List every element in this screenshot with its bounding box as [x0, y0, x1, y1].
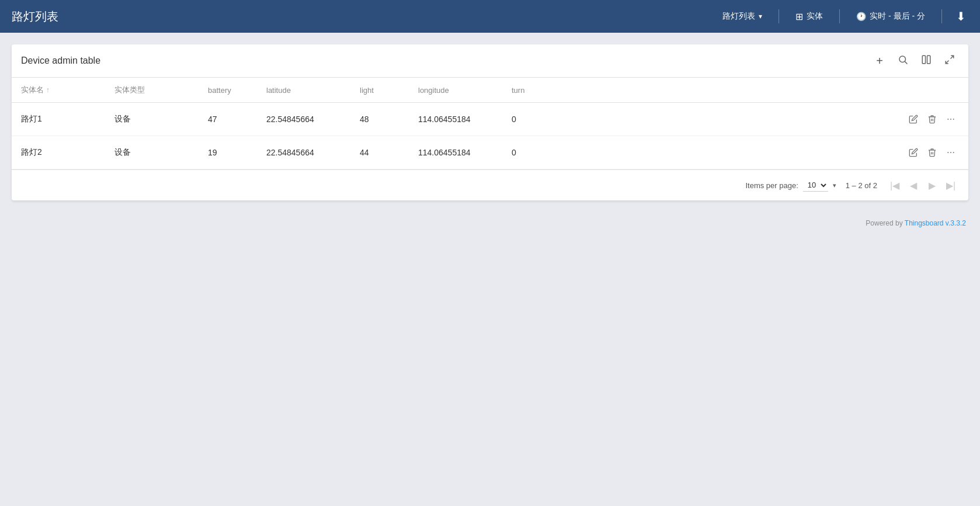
last-page-icon: ▶| [946, 180, 955, 191]
next-page-icon: ▶ [929, 180, 936, 191]
svg-point-7 [950, 119, 951, 120]
cell-battery: 47 [199, 103, 257, 136]
cell-longitude: 114.06455184 [409, 103, 502, 136]
delete-button[interactable] [924, 144, 940, 161]
branding-prefix: Powered by [866, 219, 905, 227]
device-admin-card: Device admin table + [12, 44, 968, 200]
table-row: 路灯2 设备 19 22.54845664 44 114.06455184 0 [12, 136, 968, 169]
device-table: 实体名 ↑ 实体类型 battery latitude light longit… [12, 78, 968, 169]
entity-grid-icon: ⊞ [795, 11, 803, 22]
cell-light: 48 [350, 103, 409, 136]
chevron-down-icon: ▾ [759, 12, 762, 20]
entity-button[interactable]: ⊞ 实体 [791, 9, 828, 25]
pagination-range: 1 – 2 of 2 [846, 181, 877, 190]
cell-actions [561, 103, 968, 136]
prev-page-button[interactable]: ◀ [905, 177, 922, 193]
add-icon: + [876, 54, 883, 68]
branding-link[interactable]: Thingsboard v.3.3.2 [905, 219, 966, 227]
col-header-longitude: longitude [409, 78, 502, 103]
cell-longitude: 114.06455184 [409, 136, 502, 169]
svg-line-5 [946, 60, 948, 63]
cell-entity-name: 路灯1 [12, 103, 105, 136]
svg-point-0 [899, 56, 906, 63]
edit-button[interactable] [905, 144, 922, 161]
table-container: 实体名 ↑ 实体类型 battery latitude light longit… [12, 78, 968, 169]
cell-entity-type: 设备 [105, 136, 199, 169]
table-header: 实体名 ↑ 实体类型 battery latitude light longit… [12, 78, 968, 103]
svg-point-8 [953, 119, 954, 120]
first-page-icon: |◀ [890, 180, 899, 191]
svg-rect-2 [922, 56, 925, 64]
svg-point-9 [947, 152, 948, 153]
download-button[interactable]: ⬇ [954, 7, 968, 26]
svg-point-6 [947, 119, 948, 120]
header-divider-2 [839, 9, 840, 23]
first-page-button[interactable]: |◀ [887, 177, 903, 193]
svg-point-11 [953, 152, 954, 153]
cell-battery: 19 [199, 136, 257, 169]
col-header-entity-name[interactable]: 实体名 ↑ [12, 78, 105, 103]
page-title: 路灯列表 [12, 9, 718, 25]
items-per-page-chevron: ▾ [833, 182, 836, 189]
svg-rect-3 [927, 56, 930, 64]
cell-latitude: 22.54845664 [257, 136, 350, 169]
delete-button[interactable] [924, 111, 940, 127]
cell-turn: 0 [502, 103, 561, 136]
items-per-page-label: Items per page: [745, 181, 798, 190]
columns-button[interactable] [917, 51, 936, 70]
edit-button[interactable] [905, 111, 922, 127]
col-header-light: light [350, 78, 409, 103]
add-entity-button[interactable]: + [870, 51, 889, 70]
nav-roadlamp-list-button[interactable]: 路灯列表 ▾ [718, 9, 767, 24]
prev-page-icon: ◀ [910, 180, 917, 191]
card-title: Device admin table [21, 56, 870, 66]
realtime-label: 实时 - 最后 - 分 [870, 11, 925, 22]
cell-actions [561, 136, 968, 169]
nav-label: 路灯列表 [722, 11, 755, 22]
next-page-button[interactable]: ▶ [924, 177, 940, 193]
svg-point-10 [950, 152, 951, 153]
cell-light: 44 [350, 136, 409, 169]
items-per-page-select[interactable]: 10 5 15 20 [803, 179, 828, 192]
columns-icon [921, 54, 932, 68]
svg-line-1 [905, 61, 907, 64]
cell-latitude: 22.54845664 [257, 103, 350, 136]
cell-entity-type: 设备 [105, 103, 199, 136]
entity-label: 实体 [807, 11, 823, 22]
table-body: 路灯1 设备 47 22.54845664 48 114.06455184 0 [12, 103, 968, 169]
realtime-button[interactable]: 🕐 实时 - 最后 - 分 [852, 9, 930, 24]
card-header-actions: + [870, 51, 959, 70]
more-button[interactable] [943, 144, 959, 161]
more-button[interactable] [943, 111, 959, 127]
cell-entity-name: 路灯2 [12, 136, 105, 169]
sort-asc-icon: ↑ [46, 86, 50, 94]
svg-line-4 [951, 56, 954, 58]
search-button[interactable] [894, 51, 912, 70]
fullscreen-icon [944, 54, 955, 68]
col-header-battery: battery [199, 78, 257, 103]
header-actions: 路灯列表 ▾ ⊞ 实体 🕐 实时 - 最后 - 分 ⬇ [718, 7, 968, 26]
last-page-button[interactable]: ▶| [943, 177, 959, 193]
card-header: Device admin table + [12, 44, 968, 78]
download-icon: ⬇ [956, 9, 966, 23]
header-divider-3 [941, 9, 942, 23]
main-content: Device admin table + [0, 33, 980, 212]
fullscreen-button[interactable] [940, 51, 959, 70]
col-header-latitude: latitude [257, 78, 350, 103]
header-divider-1 [779, 9, 779, 23]
col-header-turn: turn [502, 78, 561, 103]
items-per-page-container: Items per page: 10 5 15 20 ▾ [745, 179, 836, 192]
table-row: 路灯1 设备 47 22.54845664 48 114.06455184 0 [12, 103, 968, 136]
col-header-entity-type: 实体类型 [105, 78, 199, 103]
clock-icon: 🕐 [856, 12, 866, 21]
branding-footer: Powered by Thingsboard v.3.3.2 [0, 212, 980, 234]
col-header-actions [561, 78, 968, 103]
cell-turn: 0 [502, 136, 561, 169]
search-icon [898, 54, 908, 68]
app-header: 路灯列表 路灯列表 ▾ ⊞ 实体 🕐 实时 - 最后 - 分 ⬇ [0, 0, 980, 33]
pagination-controls: |◀ ◀ ▶ ▶| [887, 177, 959, 193]
table-footer: Items per page: 10 5 15 20 ▾ 1 – 2 of 2 … [12, 169, 968, 200]
